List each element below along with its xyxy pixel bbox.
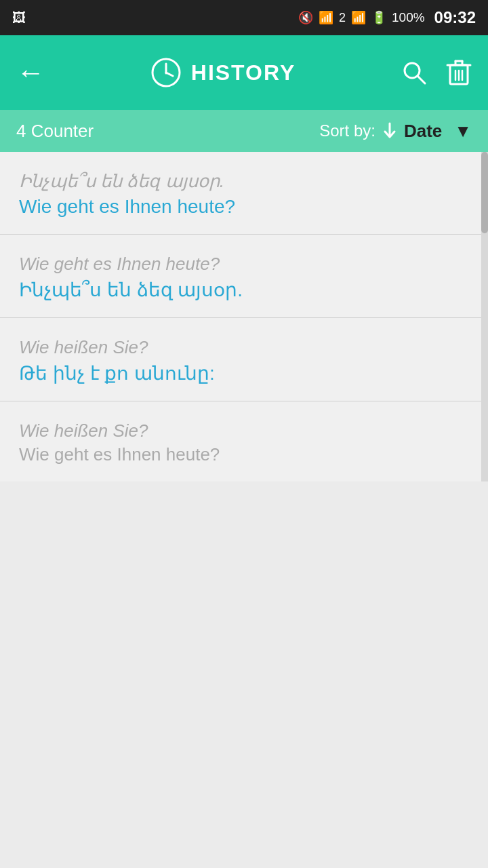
scroll-track [481,152,488,481]
dropdown-arrow-icon[interactable]: ▼ [454,121,472,142]
status-bar-right: 🔇 📶 2 📶 🔋 100% 09:32 [298,8,476,27]
sim-icon: 2 [339,11,346,25]
signal-icon: 📶 [351,10,366,25]
scroll-thumb[interactable] [481,152,488,233]
list-item-line2: Wie geht es Ihnen heute? [19,444,469,465]
sort-by-label: Sort by: [319,121,375,140]
app-bar-actions [401,58,472,87]
photo-icon: 🖼 [12,10,26,26]
list-item-original-text: Wie geht es Ihnen heute? [19,254,469,275]
delete-icon[interactable] [446,58,472,87]
history-list: Ինչպե՞ս են ձեզ այսօր. Wie geht es Ihnen … [0,152,488,481]
list-item-original-text: Wie heißen Sie? [19,337,469,358]
app-bar-title-group: HISTORY [150,57,296,88]
list-item-translated-text: Wie geht es Ihnen heute? [19,196,469,218]
list-wrapper: Ինչպե՞ս են ձեզ այսօր. Wie geht es Ihnen … [0,152,488,481]
list-item[interactable]: Wie geht es Ihnen heute? Ինչպե՞ս են ձեզ … [0,235,488,318]
clock-icon [150,57,182,88]
app-bar-title: HISTORY [191,60,296,85]
mute-icon: 🔇 [298,10,313,25]
svg-line-4 [418,76,425,83]
list-item[interactable]: Wie heißen Sie? Wie geht es Ihnen heute? [0,401,488,481]
filter-bar: 4 Counter Sort by: Date ▼ [0,110,488,152]
back-button[interactable]: ← [16,58,45,87]
filter-count: 4 Counter [16,121,319,142]
battery-percent: 100% [392,10,425,25]
sort-value: Date [404,121,442,142]
sort-control[interactable]: Sort by: Date ▼ [319,121,472,142]
list-item[interactable]: Wie heißen Sie? Թե ինչ է քո անունը: [0,318,488,401]
list-item-line1: Wie heißen Sie? [19,420,469,441]
list-item[interactable]: Ինչպե՞ս են ձեզ այսօր. Wie geht es Ihnen … [0,152,488,235]
status-bar: 🖼 🔇 📶 2 📶 🔋 100% 09:32 [0,0,488,35]
battery-icon: 🔋 [371,10,386,25]
list-item-original-text: Ինչպե՞ս են ձեզ այսօր. [19,171,469,192]
list-item-translated-text: Թե ինչ է քո անունը: [19,362,469,384]
app-bar: ← HISTORY [0,35,488,110]
list-item-translated-text: Ինչպե՞ս են ձեզ այսօր. [19,279,469,301]
svg-line-2 [166,73,173,76]
status-time: 09:32 [434,8,476,27]
status-bar-left: 🖼 [12,10,26,26]
search-icon[interactable] [401,60,427,85]
sort-arrow-icon [382,122,397,140]
wifi-icon: 📶 [319,10,333,25]
